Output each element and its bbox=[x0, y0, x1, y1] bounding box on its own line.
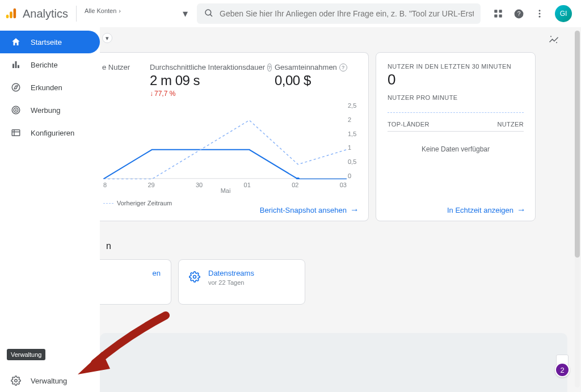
svg-point-18 bbox=[193, 275, 196, 278]
metric-value: 2 m 09 s bbox=[150, 73, 261, 88]
nav-label: Konfigurieren bbox=[31, 129, 74, 137]
apps-icon[interactable] bbox=[493, 9, 503, 19]
y-axis: 2,5 2 1,5 1 0,5 0 bbox=[348, 102, 361, 179]
help-icon[interactable]: ? bbox=[513, 9, 524, 19]
arrow-right-icon: → bbox=[350, 205, 359, 215]
section-heading-partial: n bbox=[100, 241, 111, 251]
setup-card-partial[interactable]: en bbox=[100, 259, 171, 305]
svg-text:?: ? bbox=[517, 11, 521, 17]
chart-svg bbox=[103, 106, 347, 179]
setup-card-title-partial: en bbox=[100, 269, 161, 277]
svg-point-29 bbox=[15, 380, 18, 382]
more-vert-icon[interactable] bbox=[534, 9, 545, 19]
explore-icon bbox=[10, 82, 22, 92]
gear-icon bbox=[189, 271, 200, 284]
realtime-value: 0 bbox=[376, 70, 535, 88]
x-axis-sublabel: Mai bbox=[100, 187, 351, 194]
datastreams-title: Datenstreams bbox=[208, 269, 254, 277]
accounts-picker[interactable]: Alle Konten› ▾ bbox=[85, 7, 192, 20]
search-icon bbox=[204, 8, 214, 20]
nav-advertising[interactable]: Werbung bbox=[0, 99, 100, 121]
scrollbar-thumb[interactable] bbox=[575, 31, 580, 258]
svg-point-13 bbox=[539, 16, 541, 18]
top-header: Analytics Alle Konten› ▾ ? GI bbox=[0, 0, 581, 27]
metric-label: Gesamteinnahmen bbox=[275, 63, 337, 71]
metric-active-users-partial: e Nutzer bbox=[100, 63, 141, 98]
search-input[interactable] bbox=[220, 9, 474, 18]
header-actions: ? GI bbox=[493, 5, 572, 22]
col-countries: TOP-LÄNDER bbox=[388, 121, 430, 128]
svg-point-25 bbox=[15, 109, 16, 111]
arrow-down-icon: ↓ bbox=[150, 90, 153, 98]
app-logo[interactable]: Analytics bbox=[5, 7, 68, 20]
analytics-logo-icon bbox=[5, 7, 17, 20]
realtime-label: NUTZER IN DEN LETZTEN 30 MINUTEN bbox=[376, 53, 535, 70]
svg-point-15 bbox=[556, 42, 557, 43]
nav-reports[interactable]: Berichte bbox=[0, 53, 100, 76]
svg-point-3 bbox=[205, 10, 211, 15]
nav-admin[interactable]: Verwaltung bbox=[0, 369, 100, 392]
nav-label: Berichte bbox=[31, 61, 58, 69]
svg-line-4 bbox=[210, 14, 212, 16]
nav-label: Erkunden bbox=[31, 83, 62, 92]
avatar[interactable]: GI bbox=[555, 5, 572, 22]
nav-label: Werbung bbox=[31, 106, 61, 115]
realtime-sublabel: NUTZER PRO MINUTE bbox=[376, 88, 535, 101]
datastreams-timestamp: vor 22 Tagen bbox=[208, 279, 254, 286]
gear-icon bbox=[10, 376, 22, 386]
datastreams-card[interactable]: Datenstreams vor 22 Tagen bbox=[178, 259, 305, 305]
nav-explore[interactable]: Erkunden bbox=[0, 76, 100, 99]
svg-rect-20 bbox=[15, 61, 17, 68]
target-icon bbox=[10, 105, 22, 115]
nav-home[interactable]: Startseite bbox=[0, 31, 100, 53]
dropdown-caret-icon: ▾ bbox=[183, 7, 192, 20]
notification-badge[interactable]: 2 bbox=[555, 363, 570, 377]
svg-rect-21 bbox=[18, 65, 19, 68]
metric-engagement-duration[interactable]: Durchschnittliche Interaktionsdauer? 2 m… bbox=[141, 63, 266, 98]
realtime-sparkline-placeholder bbox=[388, 112, 524, 113]
svg-rect-8 bbox=[499, 15, 502, 18]
svg-point-11 bbox=[539, 10, 541, 11]
insights-icon[interactable] bbox=[548, 34, 559, 47]
nav-label: Verwaltung bbox=[31, 377, 67, 385]
svg-point-12 bbox=[539, 13, 541, 15]
help-outline-icon[interactable]: ? bbox=[339, 64, 347, 71]
search-bar[interactable] bbox=[197, 3, 481, 24]
app-title: Analytics bbox=[23, 7, 68, 20]
svg-rect-26 bbox=[12, 130, 20, 136]
admin-tooltip: Verwaltung bbox=[7, 349, 45, 360]
realtime-card: NUTZER IN DEN LETZTEN 30 MINUTEN 0 NUTZE… bbox=[376, 52, 536, 221]
svg-rect-2 bbox=[14, 9, 16, 18]
svg-point-14 bbox=[550, 36, 551, 37]
arrow-right-icon: → bbox=[517, 205, 526, 215]
svg-point-17 bbox=[296, 178, 300, 179]
nav-configure[interactable]: Konfigurieren bbox=[0, 121, 100, 144]
home-icon bbox=[10, 37, 22, 47]
bar-chart-icon bbox=[10, 60, 22, 70]
metric-delta: ↓77,7 % bbox=[150, 90, 261, 98]
pill-dropdown-stub[interactable]: ▾ bbox=[102, 33, 112, 43]
nav-label: Startseite bbox=[31, 38, 62, 47]
svg-rect-5 bbox=[494, 10, 497, 12]
report-snapshot-link[interactable]: Bericht-Snapshot ansehen→ bbox=[260, 205, 359, 215]
svg-point-22 bbox=[12, 83, 20, 91]
chevron-right-icon: › bbox=[119, 7, 121, 14]
svg-rect-19 bbox=[12, 64, 14, 69]
svg-rect-7 bbox=[494, 15, 497, 18]
svg-rect-0 bbox=[6, 15, 9, 18]
realtime-table-header: TOP-LÄNDER NUTZER bbox=[388, 121, 524, 132]
svg-rect-6 bbox=[499, 10, 502, 12]
metric-value: 0,00 $ bbox=[275, 73, 347, 88]
sidebar-nav: Startseite Berichte Erkunden Werbung Kon… bbox=[0, 27, 100, 392]
realtime-empty-state: Keine Daten verfügbar bbox=[376, 145, 535, 153]
metric-revenue[interactable]: Gesamteinnahmen? 0,00 $ bbox=[266, 63, 352, 98]
overview-chart-card: e Nutzer Durchschnittliche Interaktionsd… bbox=[100, 52, 369, 221]
realtime-link[interactable]: In Echtzeit anzeigen→ bbox=[447, 205, 526, 215]
col-users: NUTZER bbox=[498, 121, 524, 128]
bottom-panel bbox=[100, 333, 567, 392]
list-icon bbox=[10, 128, 22, 138]
line-chart: 2,5 2 1,5 1 0,5 0 bbox=[103, 106, 361, 179]
header-divider bbox=[76, 6, 77, 22]
accounts-label: Alle Konten bbox=[85, 7, 116, 14]
metric-label: Durchschnittliche Interaktionsdauer bbox=[150, 63, 265, 71]
